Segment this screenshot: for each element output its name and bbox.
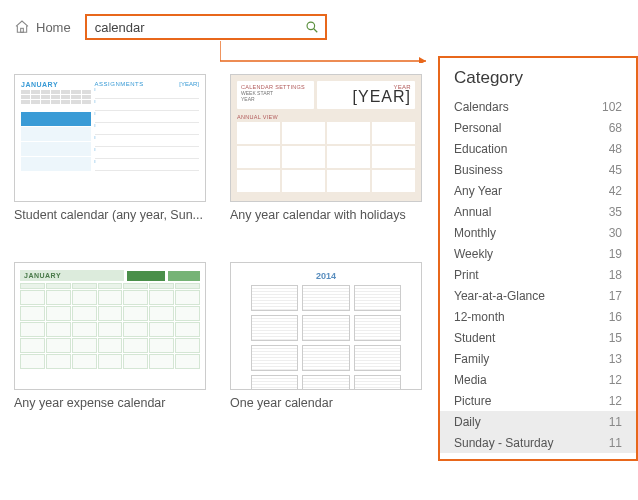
search-button[interactable] (299, 16, 325, 38)
thumb-month-label: JANUARY (20, 270, 124, 281)
category-item-count: 102 (602, 100, 622, 114)
category-item[interactable]: 12-month16 (440, 306, 636, 327)
category-list: Calendars102Personal68Education48Busines… (440, 96, 636, 453)
category-item[interactable]: Daily11 (440, 411, 636, 432)
template-thumbnail-any-year-holidays[interactable]: CALENDAR SETTINGS WEEK START YEAR YEAR [… (230, 74, 422, 202)
template-caption: Student calendar (any year, Sun... (14, 208, 206, 222)
category-item-count: 13 (609, 352, 622, 366)
category-item-label: Print (454, 268, 479, 282)
category-item-count: 68 (609, 121, 622, 135)
template-tile: JANUARY Any year expense calendar (14, 262, 206, 410)
category-item-count: 17 (609, 289, 622, 303)
category-item-label: Family (454, 352, 489, 366)
category-item-label: Weekly (454, 247, 493, 261)
category-item[interactable]: Media12 (440, 369, 636, 390)
category-item-count: 11 (609, 436, 622, 450)
thumb-month-label: JANUARY (21, 81, 91, 88)
category-item-count: 18 (609, 268, 622, 282)
category-item-count: 16 (609, 310, 622, 324)
category-item-count: 42 (609, 184, 622, 198)
template-tile: CALENDAR SETTINGS WEEK START YEAR YEAR [… (230, 74, 422, 222)
search-input[interactable] (87, 20, 299, 35)
template-caption: One year calendar (230, 396, 422, 410)
category-item-count: 35 (609, 205, 622, 219)
category-item[interactable]: Family13 (440, 348, 636, 369)
category-item[interactable]: Any Year42 (440, 180, 636, 201)
template-tile: JANUARY [YEAR] ASSIGNMENTS Student calen… (14, 74, 206, 222)
svg-rect-0 (21, 28, 24, 32)
category-item-label: Annual (454, 205, 491, 219)
template-tile: 2014 One year calendar (230, 262, 422, 410)
category-item[interactable]: Personal68 (440, 117, 636, 138)
search-box (85, 14, 327, 40)
template-thumbnail-student-calendar[interactable]: JANUARY [YEAR] ASSIGNMENTS (14, 74, 206, 202)
category-item-label: Monthly (454, 226, 496, 240)
category-item-label: Education (454, 142, 507, 156)
category-item-label: Calendars (454, 100, 509, 114)
thumb-year-big: [YEAR] (321, 88, 411, 106)
home-icon (14, 19, 30, 35)
category-item-count: 30 (609, 226, 622, 240)
thumb-year-label: [YEAR] (179, 81, 199, 87)
category-item-label: Year-at-a-Glance (454, 289, 545, 303)
category-item[interactable]: Annual35 (440, 201, 636, 222)
thumb-yr-label: YEAR (241, 96, 310, 102)
category-item-label: Personal (454, 121, 501, 135)
category-item-count: 45 (609, 163, 622, 177)
template-results: JANUARY [YEAR] ASSIGNMENTS Student calen… (14, 46, 422, 498)
category-item-label: Media (454, 373, 487, 387)
category-item[interactable]: Sunday - Saturday11 (440, 432, 636, 453)
thumb-year-label: 2014 (251, 271, 401, 281)
category-item-count: 15 (609, 331, 622, 345)
category-panel: Category Calendars102Personal68Education… (438, 56, 638, 461)
svg-line-2 (313, 29, 317, 33)
category-title: Category (440, 68, 636, 96)
category-item-label: Student (454, 331, 495, 345)
template-caption: Any year expense calendar (14, 396, 206, 410)
category-item[interactable]: Print18 (440, 264, 636, 285)
category-item[interactable]: Monthly30 (440, 222, 636, 243)
template-thumbnail-one-year-calendar[interactable]: 2014 (230, 262, 422, 390)
category-item-label: Picture (454, 394, 491, 408)
thumb-annual-label: ANNUAL VIEW (237, 114, 415, 120)
category-item-count: 19 (609, 247, 622, 261)
category-item[interactable]: Business45 (440, 159, 636, 180)
category-item-label: Sunday - Saturday (454, 436, 553, 450)
breadcrumb-home[interactable]: Home (14, 19, 71, 35)
category-item[interactable]: Weekly19 (440, 243, 636, 264)
template-caption: Any year calendar with holidays (230, 208, 422, 222)
category-item-count: 11 (609, 415, 622, 429)
category-item-label: Daily (454, 415, 481, 429)
breadcrumb-home-label: Home (36, 20, 71, 35)
category-item-label: 12-month (454, 310, 505, 324)
category-item-count: 12 (609, 394, 622, 408)
category-item-count: 12 (609, 373, 622, 387)
category-item-count: 48 (609, 142, 622, 156)
category-item[interactable]: Year-at-a-Glance17 (440, 285, 636, 306)
category-item[interactable]: Student15 (440, 327, 636, 348)
template-thumbnail-expense-calendar[interactable]: JANUARY (14, 262, 206, 390)
svg-point-1 (307, 22, 315, 30)
category-item-label: Any Year (454, 184, 502, 198)
category-item[interactable]: Calendars102 (440, 96, 636, 117)
category-item[interactable]: Picture12 (440, 390, 636, 411)
category-item-label: Business (454, 163, 503, 177)
category-item[interactable]: Education48 (440, 138, 636, 159)
